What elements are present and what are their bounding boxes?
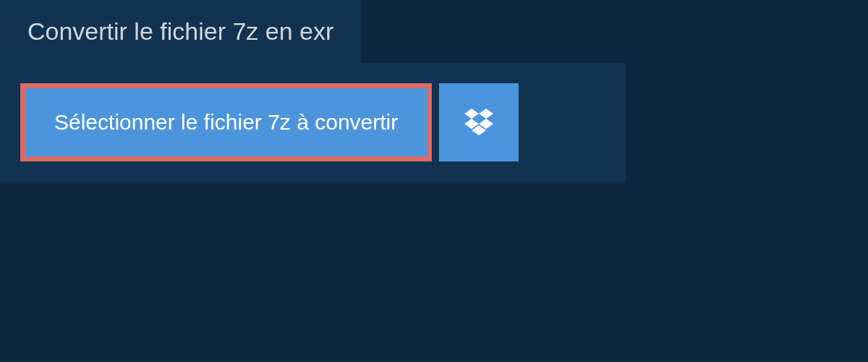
select-file-button[interactable]: Sélectionner le fichier 7z à convertir xyxy=(20,83,432,161)
conversion-tab[interactable]: Convertir le fichier 7z en exr xyxy=(0,0,361,63)
dropbox-icon xyxy=(464,109,493,136)
button-row: Sélectionner le fichier 7z à convertir xyxy=(20,83,605,161)
content-panel: Sélectionner le fichier 7z à convertir xyxy=(0,63,626,182)
dropbox-button[interactable] xyxy=(439,83,519,161)
select-file-label: Sélectionner le fichier 7z à convertir xyxy=(54,110,398,135)
tab-label: Convertir le fichier 7z en exr xyxy=(27,17,333,45)
